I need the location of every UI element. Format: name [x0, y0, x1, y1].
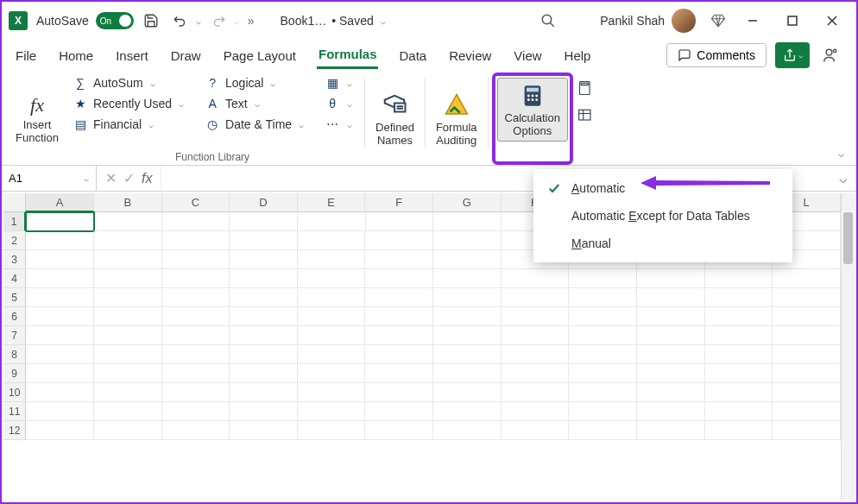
cell[interactable]: [365, 288, 433, 307]
undo-icon[interactable]: [168, 9, 192, 33]
cell[interactable]: [162, 307, 230, 326]
tab-help[interactable]: Help: [563, 43, 593, 68]
date-time-button[interactable]: ◷Date & Time⌵: [201, 116, 307, 133]
cell[interactable]: [94, 345, 162, 364]
cell[interactable]: [26, 364, 94, 383]
row-header[interactable]: 12: [3, 421, 26, 440]
cell[interactable]: [26, 212, 94, 231]
cell[interactable]: [298, 402, 366, 421]
cell[interactable]: [502, 307, 570, 326]
close-button[interactable]: [815, 3, 849, 38]
cell[interactable]: [705, 421, 773, 440]
recently-used-button[interactable]: ★Recently Used⌵: [69, 95, 187, 112]
cell[interactable]: [94, 307, 162, 326]
cell[interactable]: [773, 402, 841, 421]
cell[interactable]: [637, 345, 705, 364]
undo-dropdown-icon[interactable]: ⌵: [196, 16, 201, 26]
cell[interactable]: [298, 269, 366, 288]
cancel-formula-icon[interactable]: ✕: [105, 170, 117, 186]
comments-button[interactable]: Comments: [666, 43, 767, 67]
cell[interactable]: [298, 212, 366, 231]
cell[interactable]: [502, 364, 570, 383]
cell[interactable]: [365, 345, 433, 364]
cell[interactable]: [94, 269, 162, 288]
autosave-toggle[interactable]: On: [96, 12, 134, 29]
cell[interactable]: [502, 383, 570, 402]
cell[interactable]: [94, 231, 162, 250]
redo-icon[interactable]: [206, 9, 230, 33]
row-header[interactable]: 3: [3, 250, 26, 269]
cell[interactable]: [298, 326, 366, 345]
tab-page-layout[interactable]: Page Layout: [222, 43, 298, 68]
cell[interactable]: [637, 326, 705, 345]
cell[interactable]: [502, 345, 570, 364]
cell[interactable]: [773, 345, 841, 364]
row-header[interactable]: 7: [3, 326, 26, 345]
cell[interactable]: [94, 364, 162, 383]
cell[interactable]: [26, 326, 94, 345]
cell[interactable]: [433, 364, 502, 383]
col-header[interactable]: C: [162, 193, 230, 212]
tab-home[interactable]: Home: [57, 43, 95, 68]
cell[interactable]: [773, 421, 841, 440]
ribbon-collapse-icon[interactable]: ⌵: [838, 148, 844, 160]
cell[interactable]: [230, 231, 298, 250]
cell[interactable]: [162, 269, 230, 288]
cell[interactable]: [26, 307, 94, 326]
cell[interactable]: [569, 307, 637, 326]
cell[interactable]: [162, 345, 230, 364]
cell[interactable]: [569, 269, 637, 288]
defined-names-button[interactable]: Defined Names: [369, 72, 421, 165]
cell[interactable]: [433, 402, 502, 421]
col-header[interactable]: E: [298, 193, 366, 212]
cell[interactable]: [26, 250, 94, 269]
search-icon[interactable]: [536, 9, 560, 33]
cell[interactable]: [230, 269, 298, 288]
cell[interactable]: [773, 364, 841, 383]
cell[interactable]: [230, 250, 298, 269]
cell[interactable]: [569, 326, 637, 345]
cell[interactable]: [705, 364, 773, 383]
cell[interactable]: [365, 307, 433, 326]
cell[interactable]: [705, 269, 773, 288]
cell[interactable]: [298, 383, 366, 402]
cell[interactable]: [433, 212, 502, 231]
cell[interactable]: [26, 383, 94, 402]
title-dropdown-icon[interactable]: ⌵: [381, 16, 386, 26]
cell[interactable]: [230, 402, 298, 421]
menu-automatic-except[interactable]: Automatic Except for Data Tables: [533, 202, 792, 230]
filename[interactable]: Book1…: [281, 14, 327, 28]
cell[interactable]: [705, 402, 773, 421]
cell[interactable]: [94, 288, 162, 307]
cell[interactable]: [365, 326, 433, 345]
col-header[interactable]: B: [94, 193, 162, 212]
cell[interactable]: [365, 269, 433, 288]
cell[interactable]: [162, 231, 230, 250]
cell[interactable]: [26, 421, 94, 440]
cell[interactable]: [637, 402, 705, 421]
cell[interactable]: [365, 231, 433, 250]
cell[interactable]: [26, 345, 94, 364]
cell[interactable]: [94, 212, 162, 231]
cell[interactable]: [433, 269, 502, 288]
cell[interactable]: [705, 383, 773, 402]
cell[interactable]: [298, 345, 366, 364]
tab-formulas[interactable]: Formulas: [317, 41, 379, 69]
cell[interactable]: [94, 402, 162, 421]
row-header[interactable]: 8: [3, 345, 26, 364]
cell[interactable]: [365, 364, 433, 383]
col-header[interactable]: D: [230, 193, 298, 212]
cell[interactable]: [162, 421, 230, 440]
cell[interactable]: [298, 231, 366, 250]
cell[interactable]: [569, 288, 637, 307]
cell[interactable]: [502, 402, 570, 421]
cell[interactable]: [705, 307, 773, 326]
cell[interactable]: [230, 212, 298, 231]
formula-auditing-button[interactable]: Formula Auditing: [429, 72, 484, 165]
cell[interactable]: [502, 269, 570, 288]
cell[interactable]: [637, 421, 705, 440]
cell[interactable]: [773, 288, 841, 307]
redo-dropdown-icon[interactable]: ⌵: [234, 16, 239, 26]
cell[interactable]: [230, 364, 298, 383]
select-all-corner[interactable]: [3, 193, 26, 212]
